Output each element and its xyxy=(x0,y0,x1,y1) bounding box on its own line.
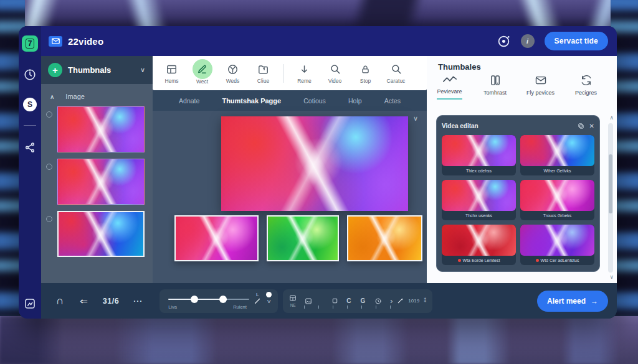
square-tool[interactable] xyxy=(331,297,338,304)
tool-video[interactable]: Video xyxy=(320,62,350,84)
right-panel-scrollbar[interactable] xyxy=(608,123,613,273)
s-badge-icon[interactable]: S xyxy=(23,98,37,111)
close-icon[interactable]: ✕ xyxy=(589,123,594,129)
mail-logo-icon xyxy=(49,36,62,47)
tab-pevievare[interactable]: Pevievare xyxy=(427,73,472,96)
grid-icon xyxy=(166,62,178,76)
grid-thumbnail[interactable]: Troucs Grbeks xyxy=(520,180,594,220)
variant-thumbnail-magenta[interactable] xyxy=(174,215,259,261)
video-edition-card-header: Videa editan ✕ xyxy=(442,119,594,132)
notifications-icon[interactable] xyxy=(497,34,511,49)
studio-ceiling-background xyxy=(0,0,638,26)
lock-icon xyxy=(360,62,371,76)
radio-icon[interactable] xyxy=(46,216,52,222)
grid-thumbnail-image xyxy=(442,225,516,256)
slider-handle-2[interactable] xyxy=(219,296,227,303)
grid-thumbnail-caption: Wther Getlvks xyxy=(520,166,594,175)
variant-thumbnail-orange[interactable] xyxy=(347,215,422,261)
draw-tool[interactable]: L xyxy=(254,292,261,306)
scroll-up-icon[interactable]: ∧ xyxy=(609,114,614,121)
tool-hems[interactable]: Hems xyxy=(156,62,187,84)
scrollbar-thumb[interactable] xyxy=(609,154,612,213)
toolbar-divider xyxy=(283,64,284,83)
image-tool[interactable] xyxy=(305,297,312,305)
slider-handle-1[interactable] xyxy=(191,296,198,303)
share-icon[interactable] xyxy=(24,142,36,153)
rail-divider xyxy=(24,125,36,126)
thumbnail-list-item[interactable] xyxy=(57,106,153,152)
grid-thumbnail[interactable]: Thchx usenks xyxy=(442,180,516,220)
square-icon xyxy=(331,297,338,304)
tab-tomhrast[interactable]: Tomhrast xyxy=(472,73,518,96)
chevron-right-icon[interactable]: › xyxy=(390,297,393,306)
slider-left-label: Liva xyxy=(168,304,177,310)
tool-weds[interactable]: Weds xyxy=(217,62,248,84)
radio-icon[interactable] xyxy=(46,164,52,170)
service-button[interactable]: Servact tide xyxy=(545,32,608,50)
range-slider[interactable] xyxy=(168,299,249,300)
video-edition-card: Videa editan ✕ Thiex cdehss Wther Getlvk… xyxy=(436,115,600,272)
pen-icon xyxy=(193,59,212,79)
radio-icon[interactable] xyxy=(46,111,52,118)
app-window: 7 S 22video i Servact tide + Thumbnals ∨ xyxy=(19,26,617,319)
frames-tool[interactable]: NE xyxy=(289,294,297,307)
toggle-dot[interactable]: V xyxy=(266,292,272,305)
tool-caratuc[interactable]: Caratuc xyxy=(381,62,411,84)
alert-button[interactable]: Alert meed → xyxy=(537,291,608,312)
thumbnail-list-item[interactable] xyxy=(57,159,153,205)
tab-fly-pevices[interactable]: Fly pevices xyxy=(518,73,563,96)
thumbnail-image-2[interactable] xyxy=(57,159,145,205)
scroll-down-icon[interactable]: ∨ xyxy=(609,274,614,280)
pen-small-icon[interactable] xyxy=(397,297,404,304)
refresh-icon xyxy=(580,74,593,86)
chevron-up-icon: ∧ xyxy=(50,93,54,100)
more-options-icon[interactable]: ⋯ xyxy=(133,296,143,307)
grid-thumbnail[interactable]: Thiex cdehss xyxy=(442,135,516,175)
thumbnail-image-3[interactable] xyxy=(57,211,145,257)
dot-icon xyxy=(266,292,272,297)
tab-actes[interactable]: Actes xyxy=(384,97,401,105)
arch-tool-icon[interactable]: ∩ xyxy=(56,295,64,307)
tab-holp[interactable]: Holp xyxy=(348,97,362,105)
add-thumbnail-icon[interactable]: + xyxy=(48,63,62,77)
page-indicator: 31/6 xyxy=(103,297,119,306)
tab-cotious[interactable]: Cotious xyxy=(303,97,326,105)
variant-thumbnails xyxy=(174,215,422,261)
grid-thumbnail[interactable]: Wtd Cer adLehtstus xyxy=(520,225,594,265)
tool-wect[interactable]: Wect xyxy=(187,62,217,85)
grid-thumbnail[interactable]: Wther Getlvks xyxy=(520,135,594,175)
preview-panel: Thumbales Pevievare Tomhrast Fly pevices… xyxy=(427,56,617,283)
export-icon[interactable] xyxy=(24,297,36,310)
copy-icon[interactable] xyxy=(578,123,584,129)
timeline-ruler xyxy=(304,306,391,309)
tool-cliue[interactable]: Cliue xyxy=(248,62,279,84)
grid-thumbnail[interactable]: Wta Eorde Lemtest xyxy=(442,225,516,265)
back-arrow-icon[interactable]: ⇐ xyxy=(80,296,88,307)
tool-reme[interactable]: Reme xyxy=(289,62,320,84)
chevron-down-icon[interactable]: ∨ xyxy=(413,114,418,123)
tool-stop[interactable]: Stop xyxy=(350,62,381,84)
tab-pecigres[interactable]: Pecigres xyxy=(563,73,609,96)
frame-counter: 1019 xyxy=(408,298,419,304)
app-logo-icon[interactable]: 7 xyxy=(22,35,38,52)
timer-icon[interactable] xyxy=(23,68,37,82)
thumbnail-list-item[interactable] xyxy=(57,211,153,257)
thumbnails-panel-header[interactable]: + Thumbnals ∨ xyxy=(41,56,153,84)
chevron-down-icon[interactable]: ∨ xyxy=(140,66,145,74)
c-tool[interactable]: C xyxy=(346,297,351,304)
record-dot-icon xyxy=(536,259,539,262)
variant-thumbnail-green[interactable] xyxy=(267,215,339,261)
topbar: 22video i Servact tide xyxy=(41,26,617,56)
main-preview-image[interactable] xyxy=(221,116,408,211)
tab-thumbnail-pages[interactable]: Thumtshak Pagge xyxy=(222,97,281,105)
slider-panel: Liva Rulent L V xyxy=(160,289,278,313)
image-section-row[interactable]: ∧ Image xyxy=(50,93,153,100)
grid-thumbnail-image xyxy=(520,180,594,211)
thumbnails-panel: + Thumbnals ∨ ∧ Image xyxy=(41,56,153,283)
info-icon[interactable]: i xyxy=(521,34,535,48)
thumbnail-image-1[interactable] xyxy=(57,106,145,152)
tab-adnate[interactable]: Adnate xyxy=(179,97,199,105)
g-tool[interactable]: G xyxy=(360,297,365,304)
image-icon xyxy=(305,297,312,305)
clock-tool[interactable] xyxy=(374,297,382,305)
